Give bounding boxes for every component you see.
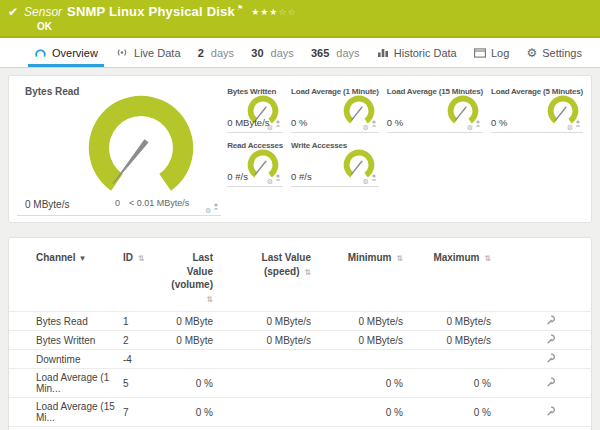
channel-name[interactable]: Bytes Written xyxy=(9,331,119,350)
gauge-title: Load Average (5 Minutes) xyxy=(491,84,583,96)
gauge-current-value: 0 % xyxy=(387,117,403,128)
tab-365-days[interactable]: 365 days xyxy=(305,38,366,67)
channel-pin-icon[interactable] xyxy=(213,196,219,214)
tab-number: 365 xyxy=(311,47,329,59)
channel-settings-gear-icon[interactable]: ⚙ xyxy=(363,178,369,185)
minimum-value: 0 MByte/s xyxy=(321,312,413,331)
window-icon xyxy=(474,48,486,58)
maximum-value: 0 % xyxy=(413,369,501,398)
channel-settings-gear-icon[interactable]: ⚙ xyxy=(363,124,369,131)
tab-30-days[interactable]: 30 days xyxy=(245,38,300,67)
stars-filled: ★★★ xyxy=(251,7,278,17)
last-value-volume: 0 MByte xyxy=(167,331,223,350)
last-value-speed xyxy=(223,350,321,369)
stars-empty: ☆☆ xyxy=(278,7,296,17)
channel-pin-icon[interactable] xyxy=(575,113,581,131)
column-header-last-value-speed[interactable]: Last Value (speed) ⇅ xyxy=(223,244,321,312)
gauge-load-average-5min[interactable]: Load Average (5 Minutes) 0 % ⚙ xyxy=(491,84,583,133)
tab-label: days xyxy=(211,47,234,59)
channel-id: 7 xyxy=(119,398,167,427)
channel-id: 5 xyxy=(119,369,167,398)
channel-settings-gear-icon[interactable]: ⚙ xyxy=(467,124,473,131)
channel-settings-wrench-icon[interactable] xyxy=(546,377,556,387)
gauge-scale-max: < 0.01 MByte/s xyxy=(129,198,189,208)
gauge-title: Read Accesses xyxy=(227,138,283,150)
gauge-bytes-written[interactable]: Bytes Written 0 MByte/s ⚙ xyxy=(227,84,283,133)
status-badge: OK xyxy=(37,21,590,32)
tab-label: Live Data xyxy=(134,47,180,59)
tab-label: Overview xyxy=(52,47,98,59)
tab-log[interactable]: Log xyxy=(468,38,515,67)
last-value-speed: 0 MByte/s xyxy=(223,312,321,331)
bar-chart-icon xyxy=(377,47,389,58)
sensor-overview-content: Bytes Read 0 MByte/s 0 < 0.01 MByte/s ⚙ … xyxy=(0,68,600,430)
gauge-load-average-1min[interactable]: Load Average (1 Minute) 0 % ⚙ xyxy=(291,84,379,133)
gauge-current-value: 0 % xyxy=(491,117,507,128)
channel-settings-wrench-icon[interactable] xyxy=(546,334,556,344)
priority-stars[interactable]: ★★★☆☆ xyxy=(251,7,296,17)
minimum-value xyxy=(321,350,413,369)
page-title: SNMP Linux Physical Disk xyxy=(67,4,235,19)
channel-name[interactable]: Downtime xyxy=(9,350,119,369)
channel-pin-icon[interactable] xyxy=(371,113,377,131)
small-gauges-grid: Bytes Written 0 MByte/s ⚙ Load Average (… xyxy=(227,82,583,216)
table-row[interactable]: Load Average (1 Min... 5 0 % 0 % 0 % xyxy=(9,369,593,398)
channel-settings-gear-icon[interactable]: ⚙ xyxy=(267,124,273,131)
tab-label: days xyxy=(271,47,294,59)
tab-historic-data[interactable]: Historic Data xyxy=(371,38,463,67)
column-header-minimum[interactable]: Minimum ⇅ xyxy=(321,244,413,312)
channel-pin-icon[interactable] xyxy=(275,167,281,185)
channel-settings-wrench-icon[interactable] xyxy=(546,315,556,325)
table-row[interactable]: Bytes Read 1 0 MByte 0 MByte/s 0 MByte/s… xyxy=(9,312,593,331)
column-header-id[interactable]: ID ⇅ xyxy=(119,244,167,312)
sort-icon: ⇅ xyxy=(396,254,403,263)
minimum-value: 0 MByte/s xyxy=(321,331,413,350)
sensor-type-label: Sensor xyxy=(24,5,62,19)
channel-settings-gear-icon[interactable]: ⚙ xyxy=(267,178,273,185)
channel-settings-gear-icon[interactable]: ⚙ xyxy=(567,124,573,131)
channel-table-panel: Channel ▾ ID ⇅ Last Value (volume) ⇅ Las… xyxy=(8,237,592,430)
channel-pin-icon[interactable] xyxy=(275,113,281,131)
column-header-channel[interactable]: Channel ▾ xyxy=(9,244,119,312)
tab-2-days[interactable]: 2 days xyxy=(192,38,240,67)
channel-settings-wrench-icon[interactable] xyxy=(546,406,556,416)
channel-id: 2 xyxy=(119,331,167,350)
sort-icon: ⇅ xyxy=(484,254,491,263)
column-header-settings xyxy=(501,244,593,312)
live-data-icon xyxy=(115,47,129,58)
last-value-speed: 0 MByte/s xyxy=(223,331,321,350)
channel-id: -4 xyxy=(119,350,167,369)
last-value-speed xyxy=(223,369,321,398)
gauge-load-average-15min[interactable]: Load Average (15 Minutes) 0 % ⚙ xyxy=(387,84,483,133)
priority-flag-icon: ⚑ xyxy=(237,4,243,12)
tab-overview[interactable]: Overview xyxy=(28,38,104,67)
minimum-value: 0 % xyxy=(321,369,413,398)
table-row[interactable]: Load Average (15 Mi... 7 0 % 0 % 0 % xyxy=(9,398,593,427)
gauge-title: Load Average (1 Minute) xyxy=(291,84,379,96)
column-header-maximum[interactable]: Maximum ⇅ xyxy=(413,244,501,312)
gauge-title: Bytes Written xyxy=(227,84,283,96)
channel-name[interactable]: Load Average (1 Min... xyxy=(9,369,119,398)
channel-settings-wrench-icon[interactable] xyxy=(546,353,556,363)
gauge-current-value: 0 #/s xyxy=(227,171,248,182)
gear-icon: ⚙ xyxy=(526,46,537,60)
gauge-read-accesses[interactable]: Read Accesses 0 #/s ⚙ xyxy=(227,138,283,187)
last-value-speed xyxy=(223,398,321,427)
sensor-header: ✔ Sensor SNMP Linux Physical Disk ⚑ ★★★☆… xyxy=(0,0,600,38)
tab-live-data[interactable]: Live Data xyxy=(109,38,186,67)
tab-settings[interactable]: ⚙ Settings xyxy=(520,38,588,67)
channel-name[interactable]: Bytes Read xyxy=(9,312,119,331)
channel-pin-icon[interactable] xyxy=(371,167,377,185)
channel-pin-icon[interactable] xyxy=(475,113,481,131)
last-value-volume: 0 % xyxy=(167,369,223,398)
last-value-volume: 0 % xyxy=(167,398,223,427)
gauge-write-accesses[interactable]: Write Accesses 0 #/s ⚙ xyxy=(291,138,379,187)
column-header-last-value-volume[interactable]: Last Value (volume) ⇅ xyxy=(167,244,223,312)
maximum-value: 0 % xyxy=(413,398,501,427)
status-ok-check-icon: ✔ xyxy=(8,5,18,19)
channel-name[interactable]: Load Average (15 Mi... xyxy=(9,398,119,427)
table-row[interactable]: Downtime -4 xyxy=(9,350,593,369)
table-row[interactable]: Bytes Written 2 0 MByte 0 MByte/s 0 MByt… xyxy=(9,331,593,350)
channel-settings-gear-icon[interactable]: ⚙ xyxy=(205,207,211,214)
gauge-bytes-read[interactable]: Bytes Read 0 MByte/s 0 < 0.01 MByte/s ⚙ xyxy=(17,82,221,216)
